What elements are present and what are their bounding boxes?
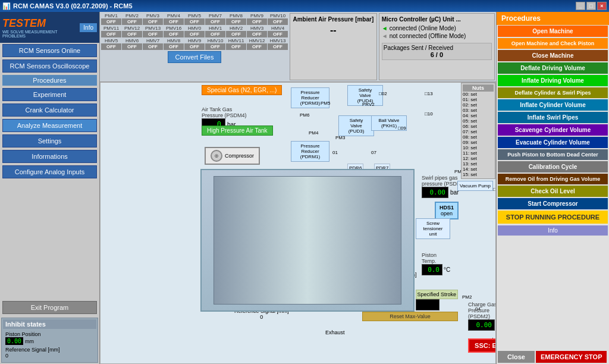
scavenge-cylinder-btn[interactable]: Scavenge Cylinder Volume <box>498 124 608 136</box>
hmv8-cell: HMV8OFF <box>164 38 184 50</box>
nut-01: 01: set <box>463 97 494 102</box>
center-area: PMV1OFF PMV2OFF PMV3OFF PMV4OFF PMV5OFF … <box>100 12 496 364</box>
compressor-symbol: ◎ <box>211 150 222 162</box>
remove-oil-btn[interactable]: Remove Oil from Driving Gas Volume <box>498 174 608 184</box>
procedures-section: Procedures <box>2 75 97 86</box>
pmv16-cell: PMV16OFF <box>164 26 184 37</box>
close-window-btn[interactable]: × <box>597 2 607 10</box>
hmv2-cell: HMV2OFF <box>226 26 246 37</box>
nut-14: 14: set <box>463 167 494 172</box>
hds1-status: open <box>440 211 454 216</box>
deflate-driving-btn[interactable]: Deflate Driving Volume <box>498 62 608 74</box>
hmv10-cell: HMV10OFF <box>205 38 225 50</box>
close-machine-btn[interactable]: Close Machine <box>498 50 608 61</box>
open-machine-check-piston-btn[interactable]: Open Machine and Check Piston <box>498 38 608 49</box>
evacuate-cylinder-btn[interactable]: Evacuate Cylinder Volume <box>498 137 608 148</box>
inflate-driving-btn[interactable]: Inflate Driving Volume <box>498 75 608 86</box>
hmv9-cell: HMV9OFF <box>184 38 205 50</box>
check-oil-level-btn[interactable]: Check Oil Level <box>498 186 608 197</box>
hmv5-cell: HMV5OFF <box>101 38 121 50</box>
stop-running-procedure-btn[interactable]: STOP RUNNING PROCEDURE <box>498 211 608 224</box>
inhibit-states-panel: Inhibit states Piston Position 0.00 mm R… <box>1 318 98 363</box>
calibration-cycle-btn[interactable]: Calibration Cycle <box>498 161 608 172</box>
main-layout: TESTEM WE SOLVE MEASUREMENT PROBLEMS Inf… <box>0 12 609 364</box>
main-diagram: Special Gas (N2, EGR, ...) Air Tank GasP… <box>100 82 496 364</box>
machine-body <box>200 169 415 312</box>
hmv6-cell: HMV6OFF <box>122 38 142 50</box>
hmv11-cell: HMV11OFF <box>226 38 246 50</box>
pmv7-cell: PMV7OFF <box>205 13 225 25</box>
hmv13-cell: HMV13OFF <box>268 38 288 50</box>
sidebar: TESTEM WE SOLVE MEASUREMENT PROBLEMS Inf… <box>0 12 100 364</box>
rcm-sensors-online-btn[interactable]: RCM Sensors Online <box>2 44 97 57</box>
01-label: 01 <box>332 150 338 155</box>
nut-15: 15: set <box>463 172 494 177</box>
pmv13-cell: PMV13OFF <box>143 26 163 37</box>
pmv1-cell: PMV1OFF <box>101 13 121 25</box>
minimize-btn[interactable]: _ <box>576 2 585 10</box>
app-title: RCM CAMAS V3.0 (02.07.2009) - RCM5 <box>13 2 133 10</box>
pmv9-cell: PMV9OFF <box>247 13 267 25</box>
inflate-cylinder-btn[interactable]: Inflate Cylinder Volume <box>498 99 608 111</box>
ambient-panel: Ambient Air Pressure [mbar] -- <box>290 13 377 80</box>
reset-max-btn[interactable]: Reset Max-Value <box>362 312 458 321</box>
nut-05: 05: set <box>463 118 494 124</box>
convert-files-btn[interactable]: Convert Files <box>168 51 222 63</box>
micro-panel: Micro Controller (µC) Unit ... ◄ connect… <box>379 13 495 80</box>
vacuum-pump-box: Vacuum Pump <box>457 181 493 191</box>
nut-08: 08: set <box>463 134 494 140</box>
pmv11-cell: PMV11OFF <box>101 26 121 37</box>
special-gas-btn[interactable]: Special Gas (N2, EGR, ...) <box>202 85 282 95</box>
logo-text: TESTEM <box>2 17 80 30</box>
nut-02: 02: set <box>463 102 494 108</box>
specified-stroke-label: Specified Stroke <box>416 290 459 299</box>
high-pressure-btn[interactable]: High Pressure Air Tank <box>202 125 273 136</box>
crank-calculator-btn[interactable]: Crank Calculator <box>2 103 97 117</box>
pm2-area: PM2 <box>462 294 472 300</box>
settings-btn[interactable]: Settings <box>2 134 97 148</box>
ref-signal2-value: 0 <box>234 314 289 320</box>
info-proc-btn[interactable]: Info <box>498 225 608 236</box>
start-compressor-btn[interactable]: Start Compressor <box>498 198 608 209</box>
pmv-grid: PMV1OFF PMV2OFF PMV3OFF PMV4OFF PMV5OFF … <box>101 13 288 80</box>
inflate-swirl-btn[interactable]: Inflate Swirl Pipes <box>498 112 608 123</box>
analyze-measurement-btn[interactable]: Analyze Measurement <box>2 119 97 132</box>
compressor-box: ◎ Compressor <box>205 147 260 165</box>
nut-12: 12: set <box>463 156 494 161</box>
compressor-label: Compressor <box>225 153 254 159</box>
push-piston-btn[interactable]: Push Piston to Bottom Dead Center <box>498 149 608 160</box>
hmv12-cell: HMV12OFF <box>247 38 267 50</box>
deflate-cylinder-btn[interactable]: Deflate Cylinder & Swirl Pipes <box>498 87 608 98</box>
informations-btn[interactable]: Informations <box>2 150 97 163</box>
nut-06: 06: set <box>463 124 494 129</box>
inhibit-header: Inhibit states <box>3 319 96 329</box>
013-label: □13 <box>425 91 433 96</box>
rcm-oscilloscope-btn[interactable]: RCM Sensors Oscilloscope <box>2 59 97 73</box>
hmv0-cell: HMV0OFF <box>184 26 205 37</box>
nut-07: 07: set <box>463 129 494 134</box>
inhibit-piston-value: 0.00 <box>5 337 23 345</box>
connected-label: connected (Online Mode) <box>390 25 456 32</box>
09-label: □09 <box>398 125 406 131</box>
titlebar-controls[interactable]: _ □ × <box>576 2 607 10</box>
exit-program-btn[interactable]: Exit Program <box>2 301 97 314</box>
titlebar: 📊 RCM CAMAS V3.0 (02.07.2009) - RCM5 _ □… <box>0 0 609 12</box>
experiment-btn[interactable]: Experiment <box>2 88 97 101</box>
piston-temp-label: PistonTemp. <box>422 252 450 264</box>
nut-10: 10: set <box>463 145 494 150</box>
emergency-stop-btn[interactable]: EMERGENCY STOP <box>536 351 607 363</box>
ssc-emergency-stop: SSC: EMERGENCY STOP <box>468 338 496 353</box>
nut-09: 09: set <box>463 140 494 145</box>
open-machine-btn[interactable]: Open Machine <box>498 26 608 37</box>
micro-label: Micro Controller (µC) Unit ... <box>382 16 492 23</box>
pmv3-cell: PMV3OFF <box>143 13 163 25</box>
close-proc-btn[interactable]: Close <box>498 351 535 363</box>
pm4-label: PM4 <box>309 130 318 136</box>
hmv3-cell: HMV3OFF <box>247 26 267 37</box>
info-button[interactable]: Info <box>80 23 97 32</box>
cylinder-bore <box>214 176 401 305</box>
maximize-btn[interactable]: □ <box>586 2 596 10</box>
010-label: □10 <box>425 111 433 117</box>
configure-analog-btn[interactable]: Configure Analog Inputs <box>2 165 97 178</box>
nut-04: 04: set <box>463 113 494 118</box>
